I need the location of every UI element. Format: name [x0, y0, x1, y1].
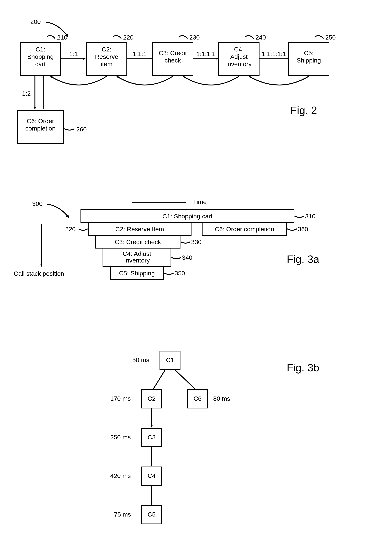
c2-line1: C2: [102, 46, 112, 53]
time-axis-label: Time [193, 198, 207, 205]
ref-tick-icon [181, 242, 190, 243]
c5-line1: C5: [304, 50, 314, 57]
c1-ref: 210 [57, 34, 67, 41]
ref-tick-icon [64, 129, 74, 130]
fig3b: Fig. 3b C1 50 ms C2 170 ms C6 80 ms C3 2… [110, 351, 319, 524]
c2-line3: item [101, 61, 112, 68]
c1-line1: C1: [36, 46, 45, 53]
ref-tick-icon [171, 257, 181, 259]
ref-tick-icon [164, 273, 174, 274]
block-c4: C4: Adjust inventory 240 [219, 34, 266, 75]
c1-line3: cart [35, 61, 46, 68]
c6-line2: completion [25, 125, 56, 132]
bar-c3-ref: 330 [191, 238, 202, 245]
edge-label-12: 1:1 [69, 50, 78, 57]
bar-c3-text: C3: Credit check [115, 238, 161, 245]
return-c2-c1 [50, 76, 106, 85]
stack-axis-label: Call stack position [14, 270, 64, 277]
bar-c6-ref: 360 [298, 226, 308, 232]
node-c5-time: 75 ms [114, 511, 131, 518]
c4-line1: C4: [234, 46, 244, 53]
bar-c4-text2: Inventory [124, 257, 150, 264]
bar-c1-text: C1: Shopping cart [162, 213, 213, 220]
c6-ref: 260 [76, 126, 87, 133]
node-c3-time: 250 ms [110, 434, 131, 441]
bar-c2-text: C2: Reserve Item [115, 226, 164, 232]
arrow-c1-c6 [175, 369, 195, 389]
fig3b-label: Fig. 3b [287, 362, 319, 373]
c2-ref: 220 [123, 34, 134, 41]
bar-c1-ref: 310 [305, 213, 316, 220]
c4-line2: Adjust [230, 53, 248, 60]
node-c1-name: C1 [166, 356, 174, 363]
node-c2-name: C2 [148, 395, 156, 402]
c3-ref: 230 [189, 34, 200, 41]
ref-tick-icon [245, 36, 254, 39]
block-c3: C3: Credit check 230 [152, 34, 200, 75]
node-c6-time: 80 ms [213, 395, 230, 402]
pointer-arrow-icon [47, 204, 69, 218]
return-c3-c2 [117, 76, 173, 85]
ref-tick-icon [179, 36, 187, 39]
node-c4-time: 420 ms [110, 472, 131, 479]
ref-tick-icon [47, 36, 55, 39]
c5-line2: Shipping [297, 57, 321, 64]
block-c6: C6: Order completion 260 [17, 110, 87, 143]
node-c3-name: C3 [148, 434, 156, 441]
return-c4-c3 [183, 76, 239, 85]
ref-tick-icon [295, 216, 304, 217]
fig2-pointer: 200 [30, 18, 41, 25]
ref-tick-icon [78, 229, 88, 230]
node-c5-name: C5 [148, 511, 156, 518]
c1-line2: Shopping [27, 53, 54, 60]
node-c2-time: 170 ms [110, 395, 131, 402]
block-c1: C1: Shopping cart 210 [20, 34, 67, 75]
node-c1-time: 50 ms [132, 356, 149, 363]
block-c2: C2: Reserve item 220 [86, 34, 134, 75]
bar-c4-text1: C4: Adjust [123, 250, 151, 257]
ref-tick-icon [315, 36, 324, 39]
bar-c4-ref: 340 [182, 254, 192, 261]
bar-c5-text: C5: Shipping [119, 270, 155, 277]
block-c5: C5: Shipping 250 [289, 34, 336, 75]
c4-ref: 240 [255, 34, 266, 41]
fig2: 200 C1: Shopping cart 210 C2: Reserve it… [17, 18, 336, 143]
c3-line1: C3: Credit [159, 50, 187, 57]
edge-label-23: 1:1:1 [133, 50, 147, 57]
c5-ref: 250 [325, 34, 336, 41]
ref-tick-icon [113, 36, 121, 39]
fig3a-pointer: 300 [32, 200, 43, 207]
arrow-c1-c2 [153, 369, 165, 389]
fig3a-label: Fig. 3a [287, 253, 319, 265]
c4-line3: inventory [226, 61, 252, 68]
ref-tick-icon [287, 229, 297, 230]
bar-c5-ref: 350 [175, 270, 185, 277]
fig2-label: Fig. 2 [290, 104, 317, 116]
c6-line1: C6: Order [27, 118, 54, 124]
node-c4-name: C4 [148, 472, 156, 479]
c2-line2: Reserve [95, 53, 118, 60]
bar-c6-text: C6: Order completion [215, 226, 274, 232]
fig3a: 300 Time Call stack position C1: Shoppin… [14, 198, 319, 279]
return-c5-c4 [249, 76, 309, 85]
node-c6-name: C6 [194, 395, 202, 402]
edge-label-34: 1:1:1:1 [196, 50, 215, 57]
bar-c2-ref: 320 [65, 226, 76, 232]
edge-label-16: 1:2 [22, 90, 31, 97]
edge-label-45: 1:1:1:1:1 [262, 50, 286, 57]
c3-line2: check [165, 57, 181, 64]
page-canvas: 200 C1: Shopping cart 210 C2: Reserve it… [0, 0, 392, 543]
